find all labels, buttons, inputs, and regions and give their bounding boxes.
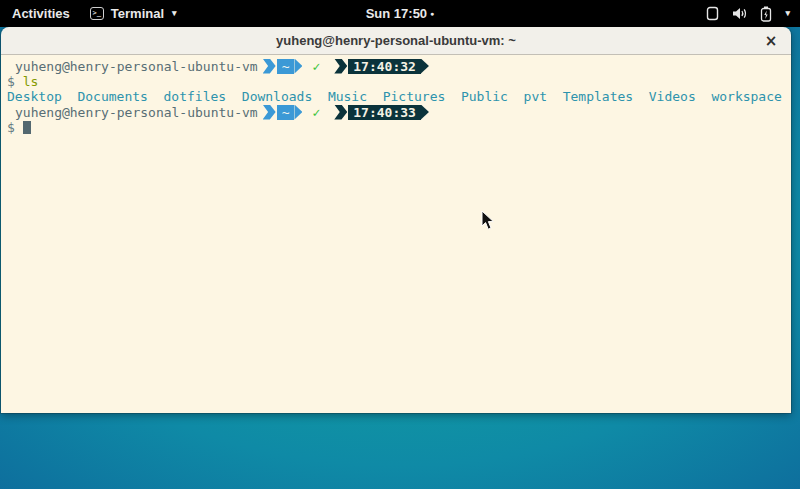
powerline-arrow-icon [263, 59, 276, 74]
terminal-window: yuheng@henry-personal-ubuntu-vm: ~ × yuh… [1, 27, 791, 413]
typed-command: ls [23, 74, 39, 89]
terminal-app-icon: >_ [90, 7, 104, 20]
command-line-1: $ ls [7, 74, 785, 89]
prompt-time-segment: 17:40:32 [348, 59, 421, 74]
powerline-arrow-icon [421, 105, 429, 120]
terminal-cursor [23, 121, 31, 134]
notification-dot-icon: ● [430, 10, 434, 17]
app-menu-label: Terminal [111, 6, 164, 21]
window-titlebar[interactable]: yuheng@henry-personal-ubuntu-vm: ~ × [1, 27, 791, 55]
system-menu-chevron-icon[interactable]: ▾ [785, 9, 790, 18]
prompt-cwd-segment: ~ [277, 59, 295, 74]
prompt-time-segment: 17:40:33 [348, 105, 421, 120]
battery-charging-icon[interactable] [760, 6, 772, 22]
prompt-line-2: yuheng@henry-personal-ubuntu-vm ~ ✓ 17:4… [7, 104, 785, 120]
clock-label: Sun 17:50 [366, 6, 427, 21]
top-bar: Activities >_ Terminal ▾ Sun 17:50● ▾ [0, 0, 800, 27]
ls-output-line: Desktop Documents dotfiles Downloads Mus… [7, 89, 785, 104]
shell-prompt-symbol: $ [7, 120, 23, 135]
powerline-arrow-icon [334, 105, 347, 120]
activities-button[interactable]: Activities [12, 6, 70, 21]
status-check-icon: ✓ [312, 105, 320, 120]
volume-icon[interactable] [732, 6, 748, 21]
status-check-icon: ✓ [312, 59, 320, 74]
close-button[interactable]: × [759, 27, 783, 55]
prompt-user-host: yuheng@henry-personal-ubuntu-vm [15, 105, 258, 120]
powerline-arrow-icon [294, 59, 302, 74]
system-status-area: ▾ [705, 0, 790, 27]
powerline-arrow-icon [421, 59, 429, 74]
powerline-arrow-icon [263, 105, 276, 120]
shell-prompt-symbol: $ [7, 74, 23, 89]
window-title: yuheng@henry-personal-ubuntu-vm: ~ [276, 33, 516, 48]
app-menu-terminal[interactable]: >_ Terminal ▾ [90, 6, 177, 21]
powerline-arrow-icon [294, 105, 302, 120]
terminal-screen[interactable]: yuheng@henry-personal-ubuntu-vm ~ ✓ 17:4… [1, 55, 791, 413]
powerline-arrow-icon [334, 59, 347, 74]
prompt-user-host: yuheng@henry-personal-ubuntu-vm [15, 59, 258, 74]
prompt-line-1: yuheng@henry-personal-ubuntu-vm ~ ✓ 17:4… [7, 58, 785, 74]
chevron-down-icon: ▾ [172, 9, 177, 18]
prompt-cwd-segment: ~ [277, 105, 295, 120]
command-line-2: $ [7, 120, 785, 135]
clock-button[interactable]: Sun 17:50● [366, 6, 435, 21]
screen-indicator-icon[interactable] [705, 6, 720, 21]
